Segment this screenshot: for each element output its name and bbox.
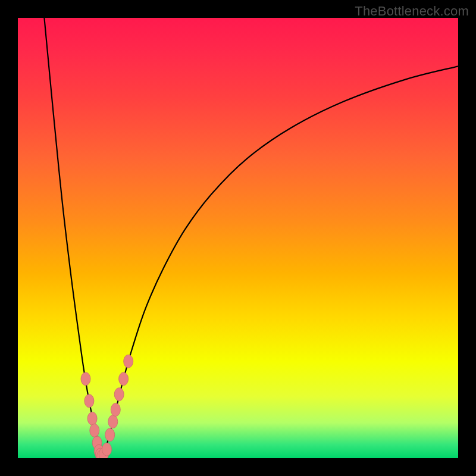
data-marker — [111, 403, 120, 416]
data-marker — [105, 428, 115, 441]
data-marker — [114, 388, 124, 401]
data-marker — [108, 415, 118, 428]
watermark-text: TheBottleneck.com — [355, 4, 469, 19]
data-marker — [84, 394, 94, 408]
data-marker — [102, 443, 112, 456]
data-marker — [81, 372, 90, 386]
curve-group — [44, 18, 458, 458]
data-marker — [87, 412, 97, 425]
curve-right — [102, 66, 458, 458]
curve-left — [44, 18, 101, 458]
plot-area — [18, 18, 458, 458]
data-marker — [90, 424, 99, 437]
data-marker — [119, 372, 129, 386]
chart-frame: TheBottleneck.com — [0, 0, 476, 476]
data-marker — [124, 355, 133, 368]
chart-svg — [18, 18, 458, 458]
